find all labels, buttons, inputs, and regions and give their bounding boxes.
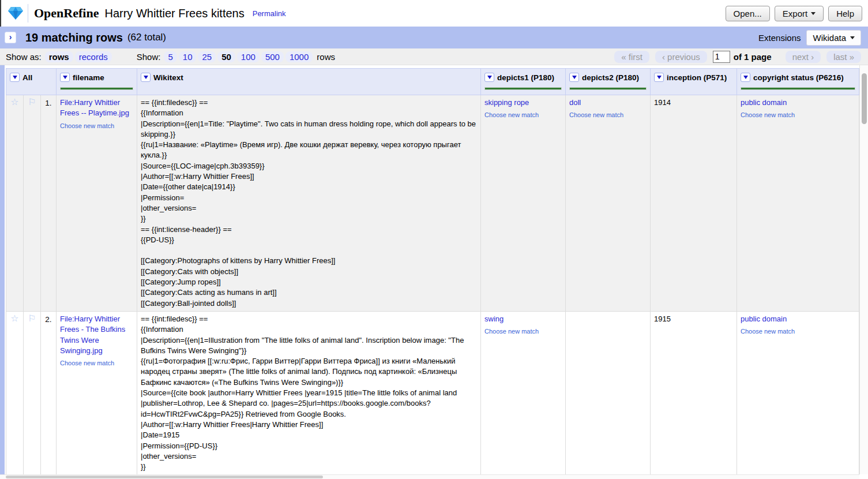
column-header-all: All [6, 68, 56, 95]
chevron-down-icon [850, 36, 855, 39]
wikitext-cell[interactable]: == {{int:filedesc}} == {{Information |De… [137, 95, 480, 311]
flag-icon[interactable]: ⚐ [28, 97, 36, 107]
last-page-button[interactable]: last » [826, 51, 861, 63]
depicts1-cell[interactable]: swing Choose new match [480, 312, 565, 474]
column-header-filename: filename [56, 68, 137, 95]
choose-new-match-link[interactable]: Choose new match [60, 358, 133, 368]
column-label: filename [73, 72, 104, 82]
star-icon[interactable]: ☆ [10, 97, 18, 107]
filename-cell[interactable]: File:Harry Whittier Frees - The Bufkins … [56, 312, 137, 474]
first-page-button[interactable]: « first [614, 51, 649, 63]
openrefine-diamond-icon [8, 6, 23, 20]
collapsed-facet-panel-strip[interactable] [0, 65, 5, 479]
matched-entity-link[interactable]: swing [484, 315, 503, 323]
flag-icon[interactable]: ⚐ [28, 313, 36, 323]
star-icon[interactable]: ☆ [10, 313, 18, 323]
depicts1-cell[interactable]: skipping rope Choose new match [480, 95, 565, 311]
column-menu-button[interactable] [569, 73, 579, 82]
filename-cell[interactable]: File:Harry Whittier Frees -- Playtime.jp… [56, 95, 137, 311]
matched-entity-link[interactable]: File:Harry Whittier Frees -- Playtime.jp… [60, 98, 129, 117]
rows-suffix-label: rows [317, 52, 335, 62]
wikitext-value: == {{int:filedesc}} == {{Information |De… [141, 314, 477, 472]
star-cell[interactable]: ☆ [6, 312, 24, 474]
matched-entity-link[interactable]: public domain [741, 315, 787, 323]
page-size-500[interactable]: 500 [261, 51, 284, 62]
expand-facet-panel-button[interactable]: › [5, 32, 16, 43]
choose-new-match-link[interactable]: Choose new match [484, 110, 562, 120]
column-header-depicts1: depicts1 (P180) [480, 68, 565, 95]
copyright-status-cell[interactable]: public domain Choose new match [737, 312, 859, 474]
star-cell[interactable]: ☆ [6, 95, 24, 311]
choose-new-match-link[interactable]: Choose new match [569, 110, 647, 120]
next-page-button[interactable]: next › [786, 51, 821, 63]
inception-cell[interactable]: 1915 [650, 312, 737, 474]
open-button[interactable]: Open... [726, 6, 770, 21]
summary-bar: › 19 matching rows (62 total) Extensions… [0, 27, 868, 48]
previous-page-button[interactable]: ‹ previous [655, 51, 707, 63]
choose-new-match-link[interactable]: Choose new match [741, 326, 855, 336]
matched-entity-link[interactable]: doll [569, 98, 581, 107]
matched-entity-link[interactable]: File:Harry Whittier Frees - The Bufkins … [60, 315, 125, 355]
choose-new-match-link[interactable]: Choose new match [60, 121, 133, 131]
vertical-scrollbar[interactable] [859, 65, 868, 474]
column-header-wikitext: Wikitext [137, 68, 480, 95]
chevron-down-icon [811, 12, 816, 15]
chevron-down-icon [572, 76, 577, 79]
column-menu-button[interactable] [484, 73, 494, 82]
choose-new-match-link[interactable]: Choose new match [741, 110, 855, 120]
wikitext-cell[interactable]: == {{int:filedesc}} == {{Information |De… [137, 312, 480, 474]
matching-rows-count: 19 matching rows [25, 31, 123, 44]
flag-cell[interactable]: ⚐ [24, 95, 41, 311]
show-label: Show: [137, 52, 161, 62]
depicts2-cell-empty[interactable] [565, 312, 650, 474]
choose-new-match-link[interactable]: Choose new match [484, 326, 562, 336]
top-bar: OpenRefine Harry Whittier Frees kittens … [0, 0, 868, 27]
page-size-10[interactable]: 10 [179, 51, 197, 62]
horizontal-scrollbar-thumb[interactable] [6, 476, 323, 478]
depicts2-cell[interactable]: doll Choose new match [565, 95, 650, 311]
column-menu-button[interactable] [654, 73, 664, 82]
column-menu-button[interactable] [60, 73, 70, 82]
show-as-records-toggle[interactable]: records [75, 51, 112, 62]
app-name: OpenRefine [34, 6, 99, 21]
page-size-100[interactable]: 100 [237, 51, 260, 62]
row-controls-cell: ☆ ⚐ 1. [6, 95, 56, 311]
permalink-link[interactable]: Permalink [253, 9, 286, 18]
copyright-status-cell[interactable]: public domain Choose new match [737, 95, 859, 311]
page-size-1000[interactable]: 1000 [285, 51, 313, 62]
chevron-down-icon [63, 76, 67, 79]
column-menu-button[interactable] [741, 73, 750, 82]
chevron-down-icon [13, 76, 17, 79]
wikidata-extension-button[interactable]: Wikidata [806, 30, 861, 46]
reconciliation-progress-bar [741, 87, 855, 90]
reconciliation-progress-bar [484, 87, 562, 90]
export-button-label: Export [783, 9, 807, 18]
horizontal-scrollbar[interactable] [0, 474, 859, 479]
chevron-down-icon [657, 76, 662, 79]
export-button[interactable]: Export [775, 6, 824, 21]
row-controls-cell: ☆ ⚐ 2. [6, 312, 56, 474]
column-label: depicts2 (P180) [582, 72, 639, 82]
inception-cell[interactable]: 1914 [650, 95, 737, 311]
matched-entity-link[interactable]: skipping rope [484, 98, 529, 107]
column-menu-button[interactable] [141, 73, 151, 82]
vertical-scrollbar-thumb[interactable] [862, 73, 867, 124]
page-count-label: of 1 page [734, 52, 772, 62]
table-row: ☆ ⚐ 2. File:Harry Whittier Frees - The B… [6, 312, 859, 475]
column-menu-button[interactable] [10, 73, 20, 82]
page-size-25[interactable]: 25 [198, 51, 216, 62]
chevron-down-icon [743, 76, 748, 79]
page-size-5[interactable]: 5 [164, 51, 176, 62]
page-size-50-active[interactable]: 50 [217, 51, 235, 62]
data-table-area: All filename Wikitext depicts1 (P180) de… [0, 65, 868, 479]
data-grid: All filename Wikitext depicts1 (P180) de… [6, 68, 859, 475]
column-label: All [22, 72, 32, 82]
wikidata-extension-label: Wikidata [813, 33, 846, 43]
help-button[interactable]: Help [828, 6, 862, 21]
show-as-rows-toggle[interactable]: rows [45, 51, 73, 62]
page-number-input[interactable] [713, 51, 730, 63]
flag-cell[interactable]: ⚐ [24, 312, 41, 474]
row-index: 1. [41, 95, 56, 311]
column-header-inception: inception (P571) [650, 68, 737, 95]
matched-entity-link[interactable]: public domain [741, 98, 787, 107]
